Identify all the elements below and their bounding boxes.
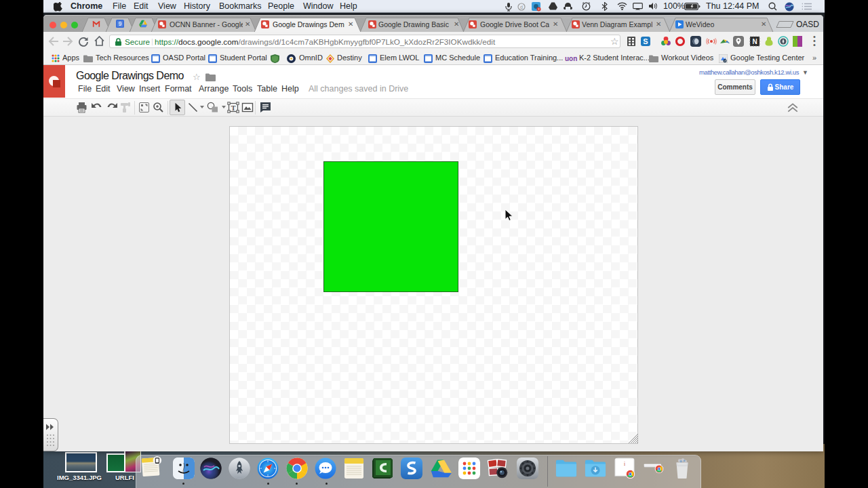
svg-text:T: T (231, 104, 236, 112)
svg-text:d: d (520, 5, 523, 9)
svg-text:N: N (752, 38, 757, 45)
svg-text:9: 9 (119, 20, 122, 27)
svg-text:S: S (643, 37, 648, 45)
svg-text:i: i (624, 461, 625, 467)
